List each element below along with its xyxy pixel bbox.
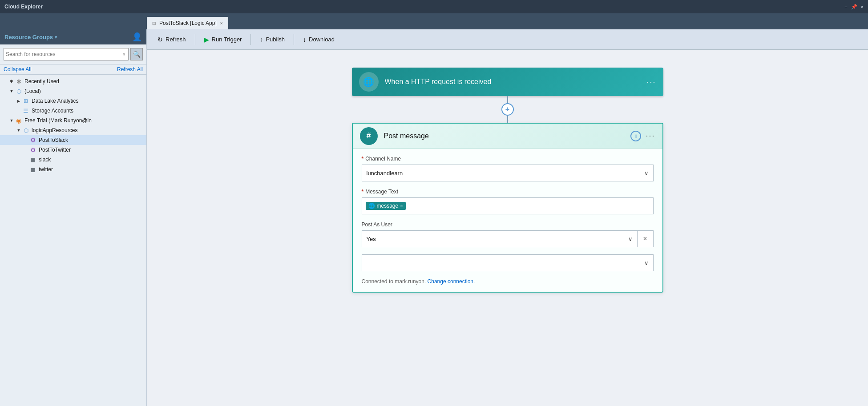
free-trial-label: Free Trial (Mark.Runyon@in [24, 117, 92, 124]
tab-close-icon[interactable]: × [220, 21, 223, 26]
run-trigger-button[interactable]: ▶ Run Trigger [199, 33, 247, 46]
search-input-wrap: × [4, 48, 129, 60]
pin-icon[interactable]: 📌 [851, 4, 857, 10]
connector-arrow-icon: ↓ [506, 115, 509, 123]
sidebar-item-post-to-twitter[interactable]: ⚙ PostToTwitter [0, 145, 146, 155]
channel-name-input[interactable]: lunchandlearn ∨ [362, 165, 654, 181]
twitter-label: twitter [39, 166, 53, 173]
post-as-user-clear-button[interactable]: × [638, 230, 654, 247]
publish-icon: ↑ [260, 36, 263, 43]
action-title: Post message [384, 132, 631, 140]
close-title-icon[interactable]: × [861, 4, 864, 10]
tab-bar: ⊡ PostToSlack [Logic App] × [0, 13, 868, 29]
sidebar-item-recently-used[interactable]: ✱ ✱ Recently Used [0, 76, 146, 86]
data-lake-label: Data Lake Analytics [32, 98, 78, 104]
workflow-canvas: 🌐 When a HTTP request is received ··· + … [147, 50, 868, 406]
sidebar-item-logic-app-resources[interactable]: ▼ ⬡ logicAppResources [0, 125, 146, 135]
search-input[interactable] [6, 51, 123, 57]
content-area: ↻ Refresh ▶ Run Trigger ↑ Publish ↓ Down… [147, 29, 868, 406]
sidebar-item-twitter[interactable]: ◼ twitter [0, 165, 146, 174]
trigger-globe-icon: 🌐 [363, 76, 374, 87]
data-lake-icon: ⊞ [22, 97, 29, 105]
action-more-icon[interactable]: ··· [646, 131, 655, 141]
sidebar-item-free-trial[interactable]: ▼ ◉ Free Trial (Mark.Runyon@in [0, 116, 146, 125]
message-text-input[interactable]: 🌐 message × [362, 197, 654, 214]
message-tag-close-icon[interactable]: × [400, 203, 403, 209]
slack-label: slack [39, 157, 51, 163]
post-as-user-value: Yes [367, 236, 376, 242]
slack-icon: ◼ [29, 156, 36, 163]
resource-groups-label: Resource Groups [4, 34, 53, 40]
workflow-container: 🌐 When a HTTP request is received ··· + … [352, 68, 663, 293]
separator-2 [250, 34, 251, 45]
add-step-button[interactable]: + [501, 103, 514, 116]
post-to-slack-toggle [23, 137, 28, 143]
action-hash-icon: # [366, 131, 371, 141]
local-toggle: ▼ [9, 88, 14, 94]
action-info-button[interactable]: i [630, 131, 641, 141]
channel-name-value: lunchandlearn [367, 170, 403, 177]
refresh-all-button[interactable]: Refresh All [117, 66, 143, 72]
data-lake-toggle: ▶ [16, 98, 21, 104]
free-trial-toggle: ▼ [9, 118, 14, 123]
refresh-button[interactable]: ↻ Refresh [152, 33, 191, 46]
channel-name-required: * [362, 156, 364, 162]
change-connection-link[interactable]: Change connection. [428, 278, 475, 285]
message-text-label-text: Message Text [365, 189, 398, 195]
storage-icon: ☰ [22, 107, 29, 114]
message-tag-icon: 🌐 [368, 203, 375, 209]
action-body: * Channel Name lunchandlearn ∨ * [353, 149, 662, 292]
sidebar-item-post-to-slack[interactable]: ⚙ PostToSlack [0, 135, 146, 145]
tab-post-to-slack[interactable]: ⊡ PostToSlack [Logic App] × [147, 17, 228, 29]
download-button[interactable]: ↓ Download [298, 33, 340, 46]
action-header[interactable]: # Post message i ··· [353, 124, 662, 149]
sidebar-search-area: × 🔍 [0, 44, 146, 64]
twitter-toggle [23, 167, 28, 172]
resource-groups-button[interactable]: Resource Groups ▾ [4, 34, 57, 40]
storage-toggle [16, 108, 21, 113]
local-label: (Local) [24, 88, 41, 94]
sidebar-item-data-lake[interactable]: ▶ ⊞ Data Lake Analytics [0, 96, 146, 106]
slack-toggle [23, 157, 28, 162]
refresh-icon: ↻ [157, 36, 163, 43]
search-magnifier-icon: 🔍 [133, 51, 141, 58]
app-title: Cloud Explorer [4, 4, 43, 10]
post-as-user-input[interactable]: Yes ∨ [362, 230, 638, 247]
logic-app-resources-icon: ⬡ [22, 127, 29, 134]
empty-dropdown-chevron: ∨ [644, 260, 649, 266]
empty-dropdown[interactable]: ∨ [362, 254, 654, 271]
post-to-twitter-label: PostToTwitter [39, 147, 71, 153]
refresh-label: Refresh [166, 36, 186, 43]
trigger-title: When a HTTP request is received [385, 78, 647, 86]
post-to-twitter-toggle [23, 147, 28, 153]
tab-pin-icon[interactable]: ⊡ [152, 21, 156, 26]
minimize-icon[interactable]: − [844, 4, 847, 10]
logic-app-resources-toggle: ▼ [16, 128, 21, 133]
search-clear-icon[interactable]: × [123, 52, 125, 57]
sidebar-item-slack[interactable]: ◼ slack [0, 155, 146, 165]
message-text-required: * [362, 189, 364, 195]
main-layout: Resource Groups ▾ 👤 × 🔍 Collapse All Ref… [0, 29, 868, 406]
collapse-all-button[interactable]: Collapse All [4, 66, 32, 72]
sidebar-item-storage-accounts[interactable]: ☰ Storage Accounts [0, 106, 146, 116]
toolbar: ↻ Refresh ▶ Run Trigger ↑ Publish ↓ Down… [147, 29, 868, 50]
post-as-user-field-group: Post As User Yes ∨ × [362, 221, 654, 247]
channel-name-field-group: * Channel Name lunchandlearn ∨ [362, 156, 654, 181]
local-icon: ⬡ [15, 88, 22, 95]
logic-app-resources-label: logicAppResources [32, 127, 77, 133]
separator-1 [195, 34, 195, 45]
sidebar-item-local[interactable]: ▼ ⬡ (Local) [0, 86, 146, 96]
separator-3 [294, 34, 294, 45]
channel-name-chevron: ∨ [644, 170, 649, 177]
title-bar: Cloud Explorer − 📌 × [0, 0, 868, 13]
title-bar-controls: − 📌 × [844, 4, 864, 10]
connected-info: Connected to mark.runyon. Change connect… [362, 278, 654, 285]
user-icon[interactable]: 👤 [132, 32, 142, 42]
publish-button[interactable]: ↑ Publish [254, 33, 290, 46]
trigger-more-icon[interactable]: ··· [646, 77, 656, 87]
search-button[interactable]: 🔍 [130, 48, 143, 60]
recently-used-toggle: ✱ [9, 79, 14, 84]
workflow-connector: + ↓ [507, 96, 508, 123]
connected-text: Connected to mark.runyon. [362, 278, 426, 285]
trigger-block[interactable]: 🌐 When a HTTP request is received ··· [352, 68, 663, 96]
